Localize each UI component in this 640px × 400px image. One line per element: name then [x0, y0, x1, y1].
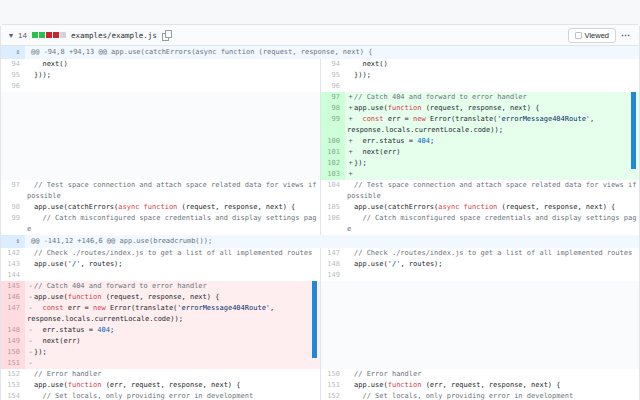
viewed-label: Viewed — [585, 31, 609, 40]
diff-half-left: 94 next() — [1, 59, 320, 70]
diff-sign — [347, 81, 354, 92]
diff-sign — [347, 391, 354, 400]
diff-half-right: 151 app.use(function (err, request, resp… — [320, 380, 639, 391]
code-line: })); — [345, 70, 639, 81]
code-line: +}); — [345, 158, 639, 169]
file-options-kebab-icon[interactable]: ⋯ — [621, 30, 631, 40]
line-number[interactable]: 97 — [1, 180, 25, 202]
line-number[interactable]: 101 — [321, 147, 345, 158]
line-number-empty — [321, 325, 345, 336]
code-line: app.use('/', routes); — [25, 259, 320, 270]
viewed-button[interactable]: Viewed — [568, 28, 616, 43]
line-number[interactable]: 147 — [1, 303, 25, 325]
diff-half-left: 99 // Catch misconfigured space credenti… — [1, 213, 320, 235]
line-number[interactable]: 142 — [1, 248, 25, 259]
copy-path-icon[interactable] — [162, 30, 171, 40]
diff-half-left — [1, 114, 320, 136]
diff-row: 98+app.use(function (request, response, … — [1, 103, 639, 114]
code-line: })); — [25, 70, 320, 81]
diff-half-left — [1, 147, 320, 158]
line-number[interactable]: 150 — [1, 347, 25, 358]
line-number[interactable]: 149 — [321, 270, 345, 281]
line-number[interactable]: 95 — [321, 70, 345, 81]
line-number[interactable]: 150 — [321, 369, 345, 380]
diff-sign — [27, 213, 34, 224]
code-line — [25, 81, 320, 92]
expand-diff-icon[interactable]: ⇕ — [1, 46, 25, 59]
diff-row: 95 }));95 })); — [1, 70, 639, 81]
line-number[interactable]: 152 — [1, 369, 25, 380]
code-line — [25, 270, 320, 281]
diff-half-left: 153 app.use(function (err, request, resp… — [1, 380, 320, 391]
line-number[interactable]: 98 — [1, 202, 25, 213]
line-number[interactable]: 148 — [321, 259, 345, 270]
line-number[interactable]: 100 — [321, 136, 345, 147]
line-number[interactable]: 94 — [1, 59, 25, 70]
line-number[interactable]: 146 — [1, 292, 25, 303]
diff-half-left — [1, 92, 320, 103]
code-line: + next(err) — [345, 147, 639, 158]
line-number[interactable]: 143 — [1, 259, 25, 270]
collapse-file-chevron-icon[interactable]: ▾ — [9, 31, 13, 40]
page-background-spacer — [0, 0, 640, 24]
hunk-header-text: @@ -141,12 +146,6 @@ app.use(breadcrumb(… — [25, 235, 639, 248]
line-number[interactable]: 98 — [321, 103, 345, 114]
diff-sign — [347, 270, 354, 281]
expand-diff-icon[interactable]: ⇕ — [1, 235, 25, 248]
code-line: // Check ./routes/index.js to get a list… — [25, 248, 320, 259]
line-number[interactable]: 106 — [321, 213, 345, 235]
code-line: -app.use(function (request, response, ne… — [25, 292, 320, 303]
line-number[interactable]: 97 — [321, 92, 345, 103]
diff-half-right: 148 app.use('/', routes); — [320, 259, 639, 270]
line-number[interactable]: 152 — [321, 391, 345, 400]
diff-row: 102+}); — [1, 158, 639, 169]
code-line: app.use(catchErrors(async function (requ… — [345, 202, 639, 213]
line-number[interactable]: 148 — [1, 325, 25, 336]
line-number-empty — [1, 114, 25, 136]
diff-sign — [347, 180, 354, 191]
line-number[interactable]: 105 — [321, 202, 345, 213]
diff-half-right: 104 // Test space connection and attach … — [320, 180, 639, 202]
diff-half-left: 152 // Error handler — [1, 369, 320, 380]
diff-sign — [347, 70, 354, 81]
line-number[interactable]: 151 — [321, 380, 345, 391]
code-line: app.use(catchErrors(async function (requ… — [25, 202, 320, 213]
line-number[interactable]: 94 — [321, 59, 345, 70]
line-number[interactable]: 102 — [321, 158, 345, 169]
viewed-checkbox[interactable] — [575, 32, 582, 39]
line-number[interactable]: 103 — [321, 169, 345, 180]
line-number[interactable]: 96 — [1, 81, 25, 92]
diff-sign — [347, 380, 354, 391]
diff-half-left: 98 app.use(catchErrors(async function (r… — [1, 202, 320, 213]
line-number[interactable]: 99 — [321, 114, 345, 136]
code-line: + err.status = 404; — [345, 136, 639, 147]
diff-row: 98 app.use(catchErrors(async function (r… — [1, 202, 639, 213]
diff-sign: + — [347, 114, 354, 125]
diff-sign: - — [27, 336, 34, 347]
code-line-empty — [345, 347, 639, 358]
line-number[interactable]: 151 — [1, 358, 25, 369]
diff-row: 96 96 — [1, 81, 639, 92]
line-number[interactable]: 96 — [321, 81, 345, 92]
line-number[interactable]: 95 — [1, 70, 25, 81]
code-line-empty — [25, 158, 320, 169]
line-number[interactable]: 147 — [321, 248, 345, 259]
diff-row: 147- const err = new Error(translate('er… — [1, 303, 639, 325]
code-line: -// Catch 404 and forward to error handl… — [25, 281, 320, 292]
line-number-empty — [1, 147, 25, 158]
code-line-empty — [345, 336, 639, 347]
diffstat-square-add — [39, 32, 45, 38]
code-line-empty — [345, 358, 639, 369]
code-line: // Error handler — [345, 369, 639, 380]
code-line: // Set locals, only providing error in d… — [345, 391, 639, 400]
line-number[interactable]: 99 — [1, 213, 25, 235]
line-number[interactable]: 149 — [1, 336, 25, 347]
line-number[interactable]: 104 — [321, 180, 345, 202]
line-number[interactable]: 153 — [1, 380, 25, 391]
line-number[interactable]: 144 — [1, 270, 25, 281]
code-line: next() — [25, 59, 320, 70]
line-number[interactable]: 145 — [1, 281, 25, 292]
code-line-empty — [25, 147, 320, 158]
file-path: examples/example.js — [71, 31, 157, 40]
line-number[interactable]: 154 — [1, 391, 25, 400]
